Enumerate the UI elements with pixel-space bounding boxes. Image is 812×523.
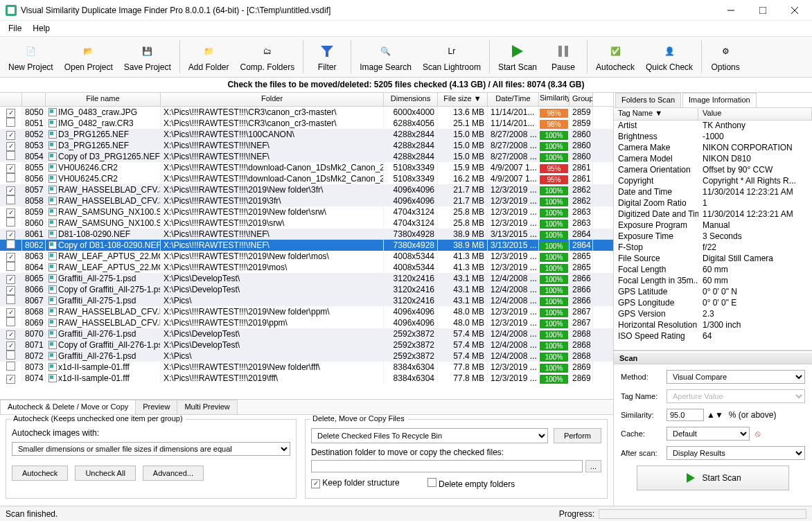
- col-header[interactable]: [0, 93, 22, 106]
- table-row[interactable]: ✓8068RAW_HASSELBLAD_CFV.PPMX:\Pics\!!!RA…: [0, 306, 613, 317]
- right-tab[interactable]: Folders to Scan: [615, 93, 681, 107]
- row-checkbox[interactable]: ✓: [6, 109, 15, 118]
- col-header[interactable]: Date/Time: [488, 93, 539, 106]
- delete-empty-checkbox[interactable]: Delete empty folders: [427, 478, 515, 489]
- after-scan-select[interactable]: Display Results: [667, 446, 805, 460]
- property-row[interactable]: Camera MakeNIKON CORPORATION: [614, 143, 812, 154]
- property-row[interactable]: CopyrightCopyright * All Rights R...: [614, 176, 812, 187]
- table-row[interactable]: ✓8057RAW_HASSELBLAD_CFV.3FRX:\Pics\!!!RA…: [0, 184, 613, 195]
- toolbar-comp--folders[interactable]: 🗂Comp. Folders: [234, 37, 300, 76]
- property-row[interactable]: F-Stopf/22: [614, 242, 812, 254]
- clear-cache-icon[interactable]: ⦸: [755, 429, 761, 438]
- col-header[interactable]: File name: [46, 93, 161, 106]
- autocheck-mode-select[interactable]: Smaller dimensions or smaller file sizes…: [12, 442, 290, 456]
- property-row[interactable]: Horizontal Resolution1/300 inch: [614, 320, 812, 331]
- property-row[interactable]: Exposure ProgramManual: [614, 220, 812, 231]
- delete-action-select[interactable]: Delete Checked Files To Recycle Bin: [311, 428, 548, 443]
- row-checkbox[interactable]: [6, 317, 15, 326]
- keep-structure-checkbox[interactable]: ✓ Keep folder structure: [311, 478, 400, 489]
- advanced-button[interactable]: Advanced...: [143, 466, 204, 481]
- toolbar-image-search[interactable]: 🔍Image Search: [354, 37, 417, 76]
- menu-help[interactable]: Help: [27, 22, 55, 35]
- row-checkbox[interactable]: [6, 351, 15, 360]
- table-row[interactable]: 8069RAW_HASSELBLAD_CFV.PPMX:\Pics\!!!RAW…: [0, 317, 613, 328]
- property-row[interactable]: GPS Latitude0° 0' 0" N: [614, 287, 812, 298]
- table-row[interactable]: 8073x1d-II-sample-01.fffX:\Pics\!!!RAWTE…: [0, 362, 613, 373]
- table-row[interactable]: 8072Graffiti_All-276-1.psdX:\Pics\2592x3…: [0, 351, 613, 362]
- row-checkbox[interactable]: ✓: [6, 209, 15, 218]
- property-row[interactable]: Digital Zoom Ratio1: [614, 198, 812, 209]
- table-row[interactable]: 8062Copy of D81-108-0290.NEFX:\Pics\!!!R…: [0, 240, 613, 251]
- uncheck-all-button[interactable]: Uncheck All: [75, 466, 135, 481]
- row-checkbox[interactable]: [6, 118, 15, 127]
- col-header[interactable]: File size ▼: [438, 93, 488, 106]
- property-row[interactable]: Digitized Date and Time11/30/2014 12:23:…: [614, 209, 812, 220]
- table-row[interactable]: ✓8074x1d-II-sample-01.fffX:\Pics\!!!RAWT…: [0, 373, 613, 384]
- toolbar-add-folder[interactable]: 📁Add Folder: [183, 37, 235, 76]
- menu-file[interactable]: File: [3, 22, 27, 35]
- start-scan-button[interactable]: Start Scan: [637, 466, 789, 490]
- toolbar-save-project[interactable]: 💾Save Project: [118, 37, 177, 76]
- row-checkbox[interactable]: ✓: [6, 286, 15, 295]
- col-header[interactable]: Similarity: [539, 93, 570, 106]
- row-checkbox[interactable]: [6, 173, 15, 182]
- table-row[interactable]: 8067Graffiti_All-275-1.psdX:\Pics\3120x2…: [0, 295, 613, 306]
- minimize-button[interactable]: [715, 0, 747, 21]
- row-checkbox[interactable]: ✓: [6, 275, 15, 284]
- row-checkbox[interactable]: [6, 218, 15, 227]
- toolbar-autocheck[interactable]: ✅Autocheck: [590, 37, 640, 76]
- table-row[interactable]: ✓8066Copy of Graffiti_All-275-1.psdX:\Pi…: [0, 284, 613, 295]
- scan-method-select[interactable]: Visual Compare: [667, 370, 805, 384]
- property-row[interactable]: File SourceDigital Still Camera: [614, 254, 812, 265]
- bottom-tab[interactable]: Preview: [135, 400, 177, 414]
- scan-cache-select[interactable]: Default: [667, 427, 750, 441]
- table-row[interactable]: ✓8053D3_PRG1265.NEFX:\Pics\!!!RAWTEST!!!…: [0, 140, 613, 151]
- property-row[interactable]: Focal Length in 35m...60 mm: [614, 276, 812, 287]
- row-checkbox[interactable]: ✓: [6, 231, 15, 240]
- row-checkbox[interactable]: [6, 362, 15, 371]
- table-row[interactable]: ✓8065Graffiti_All-275-1.psdX:\Pics\Devel…: [0, 273, 613, 284]
- table-row[interactable]: ✓8063RAW_LEAF_APTUS_22.MOSX:\Pics\!!!RAW…: [0, 251, 613, 262]
- table-row[interactable]: 8060RAW_SAMSUNG_NX100.SRWX:\Pics\!!!RAWT…: [0, 218, 613, 229]
- table-row[interactable]: 8051IMG_0482_raw.CR3X:\Pics\!!!RAWTEST!!…: [0, 118, 613, 129]
- table-row[interactable]: 8064RAW_LEAF_APTUS_22.MOSX:\Pics\!!!RAWT…: [0, 262, 613, 273]
- property-row[interactable]: Exposure Time3 Seconds: [614, 231, 812, 242]
- col-header[interactable]: Dimensions: [384, 93, 438, 106]
- row-checkbox[interactable]: [6, 262, 15, 271]
- toolbar-new-project[interactable]: 📄New Project: [3, 37, 59, 76]
- row-checkbox[interactable]: [6, 195, 15, 204]
- toolbar-start-scan[interactable]: Start Scan: [493, 37, 542, 76]
- row-checkbox[interactable]: ✓: [6, 131, 15, 140]
- browse-folder-button[interactable]: ...: [585, 460, 601, 472]
- row-checkbox[interactable]: ✓: [6, 253, 15, 262]
- col-header[interactable]: [22, 93, 46, 106]
- grid-header[interactable]: File nameFolderDimensionsFile size ▼Date…: [0, 93, 613, 107]
- table-row[interactable]: ✓8059RAW_SAMSUNG_NX100.SRWX:\Pics\!!!RAW…: [0, 206, 613, 218]
- row-checkbox[interactable]: ✓: [6, 330, 15, 339]
- scan-similarity-input[interactable]: [667, 409, 704, 421]
- property-row[interactable]: Brightness-1000: [614, 132, 812, 143]
- property-row[interactable]: Date and Time11/30/2014 12:23:21 AM: [614, 187, 812, 198]
- row-checkbox[interactable]: ✓: [6, 164, 15, 173]
- toolbar-filter[interactable]: Filter: [306, 37, 348, 76]
- col-header[interactable]: Folder: [161, 93, 384, 106]
- table-row[interactable]: ✓8055VH0U6246.CR2X:\Pics\!!!RAWTEST!!!\d…: [0, 162, 613, 173]
- bottom-tab[interactable]: Multi Preview: [177, 400, 237, 414]
- table-row[interactable]: ✓8071Copy of Graffiti_All-276-1.psdX:\Pi…: [0, 339, 613, 351]
- table-row[interactable]: 8054Copy of D3_PRG1265.NEFX:\Pics\!!!RAW…: [0, 151, 613, 162]
- table-row[interactable]: ✓8061D81-108-0290.NEFX:\Pics\!!!RAWTEST!…: [0, 229, 613, 240]
- perform-button[interactable]: Perform: [554, 428, 601, 443]
- col-header[interactable]: Group: [570, 93, 593, 106]
- toolbar-quick-check[interactable]: 👤Quick Check: [640, 37, 698, 76]
- maximize-button[interactable]: [747, 0, 779, 21]
- toolbar-scan-lightroom[interactable]: LrScan Lightroom: [417, 37, 486, 76]
- table-row[interactable]: ✓8050IMG_0483_craw.JPGX:\Pics\!!!RAWTEST…: [0, 107, 613, 118]
- row-checkbox[interactable]: [6, 240, 15, 249]
- right-tab[interactable]: Image Information: [682, 93, 757, 107]
- row-checkbox[interactable]: [6, 151, 15, 160]
- grid-body[interactable]: ✓8050IMG_0483_craw.JPGX:\Pics\!!!RAWTEST…: [0, 107, 613, 400]
- property-row[interactable]: ISO Speed Rating64: [614, 331, 812, 342]
- table-row[interactable]: 8058RAW_HASSELBLAD_CFV.3FRX:\Pics\!!!RAW…: [0, 195, 613, 206]
- table-row[interactable]: ✓8070Graffiti_All-276-1.psdX:\Pics\Devel…: [0, 328, 613, 339]
- toolbar-options[interactable]: ⚙Options: [705, 37, 746, 76]
